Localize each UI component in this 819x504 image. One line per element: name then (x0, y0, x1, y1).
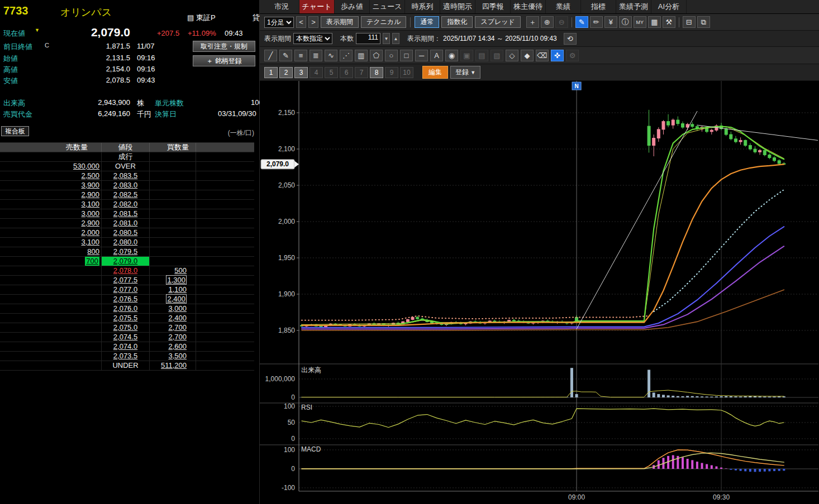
sell-qty[interactable]: 2,000 (81, 228, 99, 237)
pattern-button-4[interactable]: 4 (309, 67, 323, 78)
sell-qty[interactable]: 3,000 (81, 209, 99, 218)
buy-qty[interactable]: 3,500 (168, 352, 187, 360)
my-chart-icon[interactable]: MY (634, 16, 646, 28)
price[interactable]: 2,075.5 (113, 314, 137, 322)
sell-qty[interactable]: 3,900 (81, 181, 99, 189)
mode-normal-button[interactable]: 通常 (415, 16, 439, 28)
price[interactable]: 2,078.0 (113, 266, 137, 275)
hline-icon[interactable]: ─ (415, 50, 428, 61)
chart-area[interactable]: 2,1502,1002,0502,0001,9501,9001,8501,000… (260, 81, 819, 504)
timeframe-select[interactable]: 1分足 (264, 17, 294, 28)
bar-count-input[interactable]: 111 (356, 33, 380, 44)
next-arrow-button[interactable]: > (308, 16, 318, 28)
pattern-button-3[interactable]: 3 (294, 67, 308, 78)
sell-qty[interactable]: 800 (87, 247, 99, 256)
price[interactable]: 2,075.0 (113, 323, 137, 332)
pattern-button-6[interactable]: 6 (340, 67, 353, 78)
pattern-button-2[interactable]: 2 (279, 67, 293, 78)
pencil-icon[interactable]: ✎ (279, 50, 292, 61)
draw-pencil-icon[interactable]: ✎ (575, 16, 588, 28)
pattern-button-9[interactable]: 9 (385, 67, 398, 78)
text-icon[interactable]: A (430, 50, 443, 61)
price[interactable]: 2,074.0 (113, 342, 137, 351)
composite-board-tab[interactable]: 複合板 (1, 127, 29, 136)
price[interactable]: 2,073.5 (113, 352, 137, 360)
eraser-icon[interactable]: ◇ (506, 50, 518, 61)
buy-qty[interactable]: 2,400 (166, 294, 187, 304)
tab-株主優待[interactable]: 株主優待 (511, 0, 546, 13)
tab-チャート[interactable]: チャート (299, 0, 335, 13)
price[interactable]: 2,079.5 (113, 247, 137, 256)
price[interactable]: 2,082.5 (113, 190, 137, 199)
sell-qty[interactable]: 700 (85, 257, 99, 266)
price[interactable]: 2,074.5 (113, 333, 137, 341)
news-marker[interactable]: N (572, 82, 581, 90)
tab-市況[interactable]: 市況 (264, 0, 299, 13)
display-period-button[interactable]: 表示期間 (321, 16, 359, 28)
buy-qty[interactable]: 2,400 (168, 314, 187, 322)
buy-qty[interactable]: 2,700 (168, 323, 187, 332)
pattern-button-8[interactable]: 8 (370, 67, 383, 78)
price[interactable]: 2,082.0 (113, 200, 137, 208)
tab-AI分析[interactable]: AI分析 (651, 0, 687, 13)
trade-caution-button[interactable]: 取引注意・規制 (193, 41, 255, 52)
price-chart[interactable]: 2,1502,1002,0502,0001,9501,9001,8501,000… (260, 81, 819, 504)
hlines-icon[interactable]: ≡ (294, 50, 307, 61)
price[interactable]: 2,080.5 (113, 228, 137, 237)
count-down-spinner[interactable]: ▼ (383, 33, 390, 44)
tab-適時開示[interactable]: 適時開示 (440, 0, 475, 13)
mode-index-button[interactable]: 指数化 (441, 16, 473, 28)
register-button[interactable]: 登録 ▼ (450, 66, 480, 79)
tab-歩み値[interactable]: 歩み値 (335, 0, 370, 13)
register-symbol-button[interactable]: ＋ 銘柄登録 (193, 55, 255, 66)
tab-ニュース[interactable]: ニュース (370, 0, 405, 13)
buy-qty[interactable]: 1,100 (168, 285, 187, 294)
tab-四季報[interactable]: 四季報 (475, 0, 511, 13)
price[interactable]: 2,076.5 (113, 295, 137, 303)
eraser-all-icon[interactable]: ◆ (521, 50, 534, 61)
price[interactable]: 2,080.0 (113, 238, 137, 246)
pattern-button-1[interactable]: 1 (264, 67, 278, 78)
price[interactable]: 2,077.5 (113, 276, 137, 284)
wrench-icon[interactable]: ⚒ (663, 16, 675, 28)
tab-業績予測[interactable]: 業績予測 (616, 0, 651, 13)
price[interactable]: 2,077.0 (113, 285, 137, 294)
price[interactable]: 2,081.0 (113, 219, 137, 227)
count-up-spinner[interactable]: ▲ (392, 33, 399, 44)
buy-qty[interactable]: 3,000 (168, 304, 187, 313)
lock-icon[interactable]: ✜ (551, 50, 564, 61)
reset-period-icon[interactable]: ⟲ (564, 33, 577, 45)
pattern-button-10[interactable]: 10 (400, 67, 413, 78)
price[interactable]: 2,083.0 (113, 181, 137, 189)
wave-icon[interactable]: ∿ (325, 50, 337, 61)
buy-qty[interactable]: 511,200 (161, 361, 187, 369)
icon-stamp-icon[interactable]: ◉ (445, 50, 458, 61)
sell-qty[interactable]: 2,900 (81, 190, 99, 199)
pattern-button-7[interactable]: 7 (355, 67, 368, 78)
sell-qty[interactable]: 3,100 (81, 200, 99, 208)
trend-line-icon[interactable]: ╱ (264, 50, 277, 61)
fibonacci-icon[interactable]: ⋰ (340, 50, 353, 61)
edit-button[interactable]: 編集 (422, 66, 448, 79)
technical-button[interactable]: テクニカル (361, 16, 406, 28)
print-icon[interactable]: ⊟ (683, 16, 696, 28)
circle-icon[interactable]: ○ (385, 50, 398, 61)
price[interactable]: 2,076.0 (113, 304, 137, 313)
sell-qty[interactable]: 530,000 (73, 162, 99, 170)
popout-icon[interactable]: ⧉ (697, 16, 710, 28)
freehand-icon[interactable]: ✏ (590, 16, 603, 28)
rect-icon[interactable]: □ (400, 50, 413, 61)
multi-lines-icon[interactable]: ≣ (309, 50, 322, 61)
tab-指標[interactable]: 指標 (581, 0, 616, 13)
yen-icon[interactable]: ¥ (604, 16, 617, 28)
buy-qty[interactable]: 2,700 (168, 333, 187, 341)
price[interactable]: 2,083.5 (113, 171, 137, 180)
price[interactable]: 2,081.5 (113, 209, 137, 218)
zoom-in-icon[interactable]: ⊕ (541, 16, 554, 28)
hatch-icon[interactable]: ▥ (355, 50, 368, 61)
price[interactable]: 2,079.0 (102, 257, 149, 266)
mode-spread-button[interactable]: スプレッド (475, 16, 520, 28)
count-mode-select[interactable]: 本数指定 (293, 33, 332, 44)
prev-arrow-button[interactable]: < (296, 16, 306, 28)
buy-qty[interactable]: 500 (174, 266, 187, 275)
